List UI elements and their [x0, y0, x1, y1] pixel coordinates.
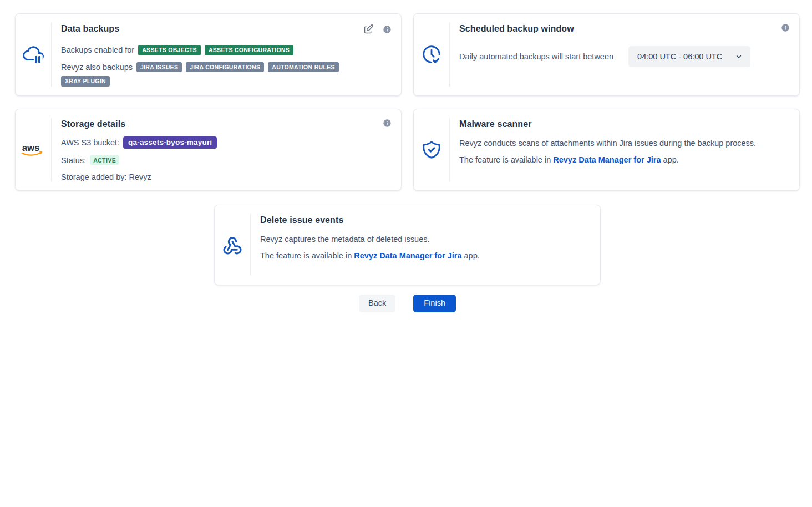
backup-window-selected-value: 04:00 UTC - 06:00 UTC: [637, 52, 722, 61]
asset-badge: ASSETS OBJECTS: [138, 45, 201, 55]
shield-check-icon: [421, 139, 442, 160]
cards-grid: Data backups Backups enabled for ASSETS …: [15, 13, 800, 191]
svg-text:aws: aws: [22, 143, 40, 153]
scheduled-backup-icon-col: [414, 14, 449, 95]
finish-button[interactable]: Finish: [413, 295, 456, 312]
card-title: Data backups: [61, 24, 390, 34]
feature-prefix: The feature is available in: [260, 251, 354, 260]
card-actions: [363, 23, 392, 35]
delete-events-feature-line: The feature is available in Revyz Data M…: [260, 251, 589, 260]
backup-window-row: Daily automated backups will start betwe…: [459, 46, 788, 67]
card-title: Malware scanner: [459, 119, 788, 129]
card-actions: [383, 119, 392, 128]
info-icon[interactable]: [383, 119, 392, 128]
delete-issue-events-icon-col: [215, 205, 250, 285]
data-backups-icon-col: [16, 14, 51, 95]
jira-badge: AUTOMATION RULES: [268, 62, 339, 73]
delete-issue-events-content: Delete issue events Revyz captures the m…: [251, 205, 600, 285]
scheduled-backup-card: Scheduled backup window Daily automated …: [413, 13, 800, 96]
malware-scanner-card: Malware scanner Revyz conducts scans of …: [413, 109, 800, 191]
feature-suffix: app.: [461, 251, 479, 260]
card-actions: [781, 23, 790, 32]
backups-enabled-row: Backups enabled for ASSETS OBJECTS ASSET…: [61, 45, 390, 55]
status-label: Status:: [61, 156, 86, 165]
malware-description: Revyz conducts scans of attachments with…: [459, 139, 788, 148]
revyz-data-manager-link[interactable]: Revyz Data Manager for Jira: [553, 155, 661, 164]
aws-logo: aws: [21, 141, 46, 159]
delete-events-description: Revyz captures the metadata of deleted i…: [260, 235, 589, 244]
bucket-row: AWS S3 bucket: qa-assets-byos-mayuri: [61, 136, 390, 149]
status-row: Status: ACTIVE: [61, 155, 390, 165]
storage-added-by: Storage added by: Revyz: [61, 173, 390, 181]
delete-issue-events-card: Delete issue events Revyz captures the m…: [214, 205, 601, 285]
bucket-label: AWS S3 bucket:: [61, 138, 119, 147]
feature-suffix: app.: [661, 155, 678, 164]
webhook-icon: [221, 234, 243, 256]
also-backups-row: Revyz also backups JIRA ISSUES JIRA CONF…: [61, 62, 390, 87]
backup-window-label: Daily automated backups will start betwe…: [459, 52, 613, 61]
chevron-down-icon: [735, 53, 743, 60]
malware-feature-line: The feature is available in Revyz Data M…: [459, 155, 788, 164]
back-button[interactable]: Back: [359, 295, 395, 312]
storage-details-icon-col: aws: [16, 109, 51, 191]
card-title: Storage details: [61, 119, 390, 129]
card-title: Scheduled backup window: [459, 24, 788, 34]
revyz-data-manager-link[interactable]: Revyz Data Manager for Jira: [354, 251, 461, 260]
backups-enabled-label: Backups enabled for: [61, 45, 134, 54]
card-title: Delete issue events: [260, 215, 589, 225]
data-backups-card: Data backups Backups enabled for ASSETS …: [15, 13, 402, 96]
storage-details-content: Storage details AWS S3 bucket: qa-assets…: [52, 109, 401, 191]
also-backups-label: Revyz also backups: [61, 63, 133, 72]
status-badge: ACTIVE: [90, 155, 119, 165]
info-icon[interactable]: [383, 25, 392, 34]
backup-settings-page: Data backups Backups enabled for ASSETS …: [0, 0, 812, 312]
edit-icon[interactable]: [363, 23, 374, 35]
jira-badge: XRAY PLUGIN: [61, 76, 110, 87]
storage-details-card: aws Storage details AWS S3 bucket: qa-as…: [15, 109, 402, 191]
backup-window-select[interactable]: 04:00 UTC - 06:00 UTC: [628, 46, 750, 67]
feature-prefix: The feature is available in: [459, 155, 553, 164]
jira-badge: JIRA CONFIGURATIONS: [186, 62, 264, 73]
data-backups-content: Data backups Backups enabled for ASSETS …: [52, 14, 401, 95]
center-card-wrap: Delete issue events Revyz captures the m…: [15, 205, 800, 285]
asset-badge: ASSETS CONFIGURATIONS: [205, 45, 293, 55]
jira-badge: JIRA ISSUES: [136, 62, 182, 73]
malware-scanner-content: Malware scanner Revyz conducts scans of …: [450, 109, 799, 191]
info-icon[interactable]: [781, 23, 790, 32]
bucket-name-badge: qa-assets-byos-mayuri: [123, 136, 217, 149]
cloud-pause-icon: [22, 43, 45, 66]
clock-check-icon: [421, 44, 442, 65]
malware-scanner-icon-col: [414, 109, 449, 191]
wizard-footer: Back Finish: [15, 295, 800, 312]
scheduled-backup-content: Scheduled backup window Daily automated …: [450, 14, 799, 95]
